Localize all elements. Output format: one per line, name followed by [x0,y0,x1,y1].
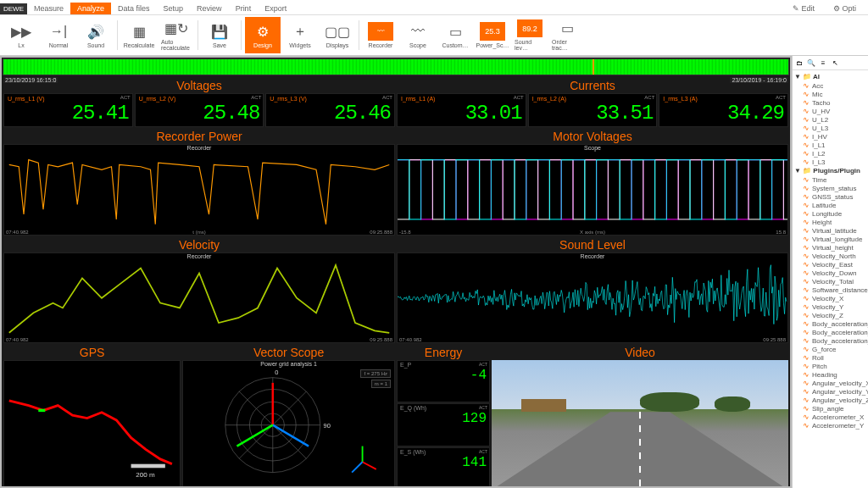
channel-i_l2[interactable]: I_L2 [794,149,866,158]
channel-gnss_status[interactable]: GNSS_status [794,192,866,201]
current-meter-1[interactable]: ACTI_rms_L2 (A)33.51 [528,93,658,127]
current-meter-0[interactable]: ACTI_rms_L1 (A)33.01 [397,93,526,127]
channel-body_acceleration_z[interactable]: Body_acceleration_Z [794,336,866,345]
chart-subtitle: Recorder [187,253,212,259]
ribbon-custom-[interactable]: ▭Custom… [437,17,473,53]
voltage-meter-1[interactable]: ACTU_rms_L2 (V)25.48 [135,93,264,127]
list-icon[interactable]: ≡ [818,58,828,68]
svg-text:90: 90 [324,422,331,430]
tab-review[interactable]: Review [190,3,229,14]
ribbon-recalculate[interactable]: ▦Recalculate [121,17,157,53]
recorder-power-chart[interactable]: Recorder 07:40.982 09:25.888 t (ms) [3,144,395,236]
channel-u_l2[interactable]: U_L2 [794,115,866,124]
options-link[interactable]: ⚙ Opti [826,3,863,14]
channel-velocity_north[interactable]: Velocity_North [794,252,866,260]
channel-mic[interactable]: Mic [794,90,866,98]
motor-voltages-title: Motor Voltages [397,129,788,144]
bottom-right-panel: Energy ACTE_P-4ACTE_Q (Wh)129ACTE_S (Wh)… [397,345,788,486]
ribbon-design[interactable]: ⚙Design [245,17,281,53]
vector-scope[interactable]: Power grid analysis 1 f = 275 Hz m = 1 [182,360,395,486]
edit-link[interactable]: ✎ Edit [786,3,821,14]
voltage-meter-2[interactable]: ACTU_rms_L3 (V)25.46 [265,93,395,127]
ribbon-recorder[interactable]: 〰Recorder [363,17,398,53]
channel-software_distance[interactable]: Software_distance [794,286,866,294]
tab-setup[interactable]: Setup [157,3,191,14]
folder-icon[interactable]: 🗀 [794,58,804,68]
velocity-title: Velocity [3,237,395,252]
chart-subtitle: Scope [584,145,601,151]
channel-slip_angle[interactable]: Slip_angle [794,404,866,413]
energy-meter-0[interactable]: ACTE_P-4 [397,360,490,402]
energy-meter-2[interactable]: ACTE_S (Wh)141 [397,447,490,486]
file-tab[interactable]: DEWE [0,3,27,14]
search-icon[interactable]: 🔍 [806,58,816,68]
tab-export[interactable]: Export [258,3,293,14]
channel-longitude[interactable]: Longitude [794,209,866,218]
channel-i_l1[interactable]: I_L1 [794,141,866,149]
channel-velocity_y[interactable]: Velocity_Y [794,302,866,311]
ribbon-auto-recalculate[interactable]: ▦↻Auto recalculate [159,17,194,53]
channel-latitude[interactable]: Latitude [794,201,866,209]
ribbon-normal[interactable]: →|Normal [41,17,76,53]
ribbon-sound-lev-[interactable]: 89.2Sound lev… [512,17,548,53]
channel-angular_velocity_y[interactable]: Angular_velocity_Y [794,387,866,396]
channel-u_l3[interactable]: U_L3 [794,124,866,132]
energy-meter-1[interactable]: ACTE_Q (Wh)129 [397,403,490,446]
gps-map[interactable]: 200 m [3,360,181,486]
tab-datafiles[interactable]: Data files [111,3,157,14]
channel-body_acceleration_y[interactable]: Body_acceleration_Y [794,328,866,336]
voltage-meter-0[interactable]: ACTU_rms_L1 (V)25.41 [3,93,133,127]
channel-acc[interactable]: Acc [794,81,866,90]
channel-list[interactable]: 🗀 🔍 ≡ ↖ ▼ 📁 AIAccMicTachoU_HVU_L2U_L3I_H… [792,56,868,488]
channel-height[interactable]: Height [794,218,866,226]
channel-tacho[interactable]: Tacho [794,98,866,107]
ribbon-power_sc-[interactable]: 25.3Power_Sc… [475,17,510,53]
channel-heading[interactable]: Heading [794,370,866,379]
current-meter-2[interactable]: ACTI_rms_L3 (A)34.29 [659,93,788,127]
bottom-left-panel: GPS 200 m Vector Scope [3,345,395,486]
channel-accelerometer_y[interactable]: Accelerometer_Y [794,421,866,430]
channel-virtual_latitude[interactable]: Virtual_latitude [794,226,866,235]
ribbon-sound[interactable]: 🔊Sound [78,17,114,53]
sound-panel: Sound Level Recorder 07:40.982 09:25.888 [397,237,788,344]
video-view[interactable] [492,360,788,486]
channel-roll[interactable]: Roll [794,353,866,362]
channel-i_hv[interactable]: I_HV [794,132,866,141]
channel-velocity_down[interactable]: Velocity_Down [794,269,866,277]
channel-angular_velocity_x[interactable]: Angular_velocity_X [794,379,866,387]
channel-time[interactable]: Time [794,175,866,184]
channel-i_l3[interactable]: I_L3 [794,158,866,166]
ribbon-scope[interactable]: 〰Scope [400,17,436,53]
channel-pitch[interactable]: Pitch [794,362,866,370]
channel-virtual_longitude[interactable]: Virtual_longitude [794,235,866,243]
chart-subtitle: Recorder [581,253,605,259]
channel-u_hv[interactable]: U_HV [794,107,866,115]
channel-accelerometer_x[interactable]: Accelerometer_X [794,413,866,421]
channel-g_force[interactable]: G_force [794,345,866,353]
tab-print[interactable]: Print [229,3,259,14]
ribbon-widgets[interactable]: ＋Widgets [282,17,318,53]
tab-analyze[interactable]: Analyze [70,3,111,14]
tab-measure[interactable]: Measure [27,3,70,14]
tree-group-plugins-plugin[interactable]: ▼ 📁 Plugins/Plugin [794,166,866,175]
channel-virtual_height[interactable]: Virtual_height [794,243,866,252]
channel-velocity_x[interactable]: Velocity_X [794,294,866,302]
timeline-overview[interactable]: 23/10/2019 16:15:0 23/10/2019 - 16:19:0 [3,58,789,75]
channel-body_acceleration_x[interactable]: Body_acceleration_X [794,319,866,328]
ribbon-order-trac-[interactable]: ▭Order trac… [549,17,585,53]
ribbon-lx[interactable]: ▶▶Lx [3,17,39,53]
channel-velocity_total[interactable]: Velocity_Total [794,277,866,286]
gps-title: GPS [3,345,181,360]
motor-voltages-chart[interactable]: Scope -15.8 15.8 X axis (ms) [397,144,788,236]
sound-chart[interactable]: Recorder 07:40.982 09:25.888 [397,252,788,344]
tree-group-ai[interactable]: ▼ 📁 AI [794,72,866,81]
channel-velocity_east[interactable]: Velocity_East [794,260,866,269]
channel-velocity_z[interactable]: Velocity_Z [794,311,866,319]
channel-angular_velocity_z[interactable]: Angular_velocity_Z [794,396,866,404]
channel-system_status[interactable]: System_status [794,184,866,192]
ribbon-save[interactable]: 💾Save [202,17,237,53]
ribbon-displays[interactable]: ▢▢Displays [320,17,355,53]
cursor-icon[interactable]: ↖ [830,58,840,68]
chart-subtitle: Recorder [187,145,212,151]
velocity-chart[interactable]: Recorder 07:40.982 09:25.888 [3,252,395,344]
